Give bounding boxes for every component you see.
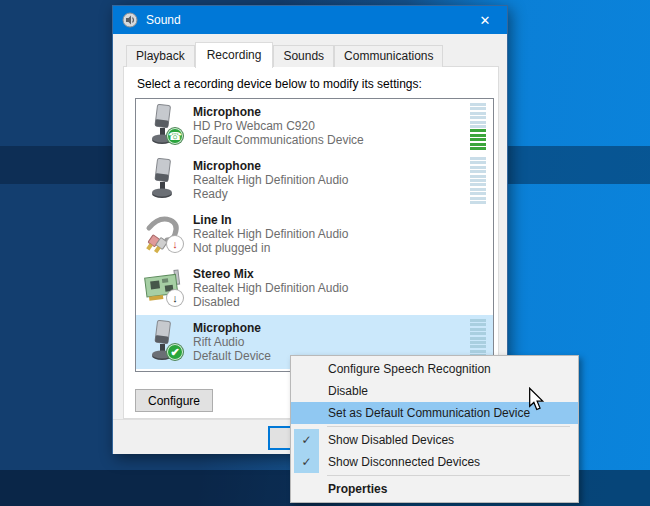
mouse-cursor (527, 387, 545, 411)
device-status: Default Communications Device (193, 133, 364, 147)
device-text: MicrophoneRealtek High Definition AudioR… (193, 159, 348, 201)
device-status: Not plugged in (193, 241, 348, 255)
device-row[interactable]: MicrophoneRealtek High Definition AudioR… (136, 153, 493, 207)
device-list[interactable]: ☎MicrophoneHD Pro Webcam C920Default Com… (135, 98, 494, 372)
menu-item-configure-speech-recognition[interactable]: Configure Speech Recognition (291, 358, 578, 380)
device-name: Microphone (193, 321, 271, 335)
device-row[interactable]: ↓Line InRealtek High Definition AudioNot… (136, 207, 493, 261)
titlebar[interactable]: Sound ✕ (113, 6, 507, 34)
tab-communications[interactable]: Communications (334, 45, 443, 67)
device-description: Realtek High Definition Audio (193, 281, 348, 295)
device-status: Disabled (193, 295, 348, 309)
menu-gutter (294, 358, 319, 380)
window-title: Sound (146, 13, 181, 27)
menu-separator (327, 475, 570, 476)
device-description: Rift Audio (193, 335, 271, 349)
device-status: Ready (193, 187, 348, 201)
device-name: Line In (193, 213, 348, 227)
close-button[interactable]: ✕ (463, 6, 507, 34)
checkmark-icon: ✓ (294, 451, 319, 473)
communications-default-badge-icon: ☎ (166, 127, 184, 145)
menu-item-show-disabled-devices[interactable]: ✓Show Disabled Devices (291, 429, 578, 451)
device-text: Stereo MixRealtek High Definition AudioD… (193, 267, 348, 309)
device-description: Realtek High Definition Audio (193, 227, 348, 241)
tab-recording[interactable]: Recording (195, 42, 274, 68)
instruction-label: Select a recording device below to modif… (137, 77, 422, 91)
checkmark-icon: ✓ (294, 429, 319, 451)
device-description: Realtek High Definition Audio (193, 173, 348, 187)
menu-item-properties[interactable]: Properties (291, 478, 578, 500)
speaker-icon (122, 12, 138, 28)
menu-item-label: Properties (328, 482, 387, 496)
desktop-background: Sound ✕ PlaybackRecordingSoundsCommunica… (0, 0, 650, 506)
menu-gutter (294, 402, 319, 424)
configure-button[interactable]: Configure (135, 389, 213, 412)
menu-item-label: Show Disabled Devices (328, 433, 454, 447)
context-menu: Configure Speech RecognitionDisableSet a… (290, 355, 579, 503)
microphone-icon (143, 158, 183, 202)
menu-item-label: Show Disconnected Devices (328, 455, 480, 469)
device-name: Microphone (193, 159, 348, 173)
device-description: HD Pro Webcam C920 (193, 119, 364, 133)
device-row[interactable]: ☎MicrophoneHD Pro Webcam C920Default Com… (136, 99, 493, 153)
menu-separator (327, 426, 570, 427)
menu-gutter (294, 478, 319, 500)
device-text: MicrophoneHD Pro Webcam C920Default Comm… (193, 105, 364, 147)
tab-playback[interactable]: Playback (126, 45, 195, 67)
disabled-badge-icon: ↓ (166, 289, 184, 307)
device-text: MicrophoneRift AudioDefault Device (193, 321, 271, 363)
device-text: Line InRealtek High Definition AudioNot … (193, 213, 348, 255)
menu-gutter (294, 380, 319, 402)
menu-item-label: Configure Speech Recognition (328, 362, 491, 376)
device-status: Default Device (193, 349, 271, 363)
menu-item-label: Disable (328, 384, 368, 398)
not-plugged-in-badge-icon: ↓ (166, 235, 184, 253)
tab-bar: PlaybackRecordingSoundsCommunications (126, 42, 443, 67)
device-name: Microphone (193, 105, 364, 119)
menu-item-show-disconnected-devices[interactable]: ✓Show Disconnected Devices (291, 451, 578, 473)
menu-item-label: Set as Default Communication Device (328, 406, 530, 420)
tab-sounds[interactable]: Sounds (273, 45, 334, 67)
device-name: Stereo Mix (193, 267, 348, 281)
level-meter (470, 156, 486, 204)
device-row[interactable]: ↓Stereo MixRealtek High Definition Audio… (136, 261, 493, 315)
level-meter (470, 102, 486, 150)
default-device-badge-icon: ✔ (166, 343, 184, 361)
